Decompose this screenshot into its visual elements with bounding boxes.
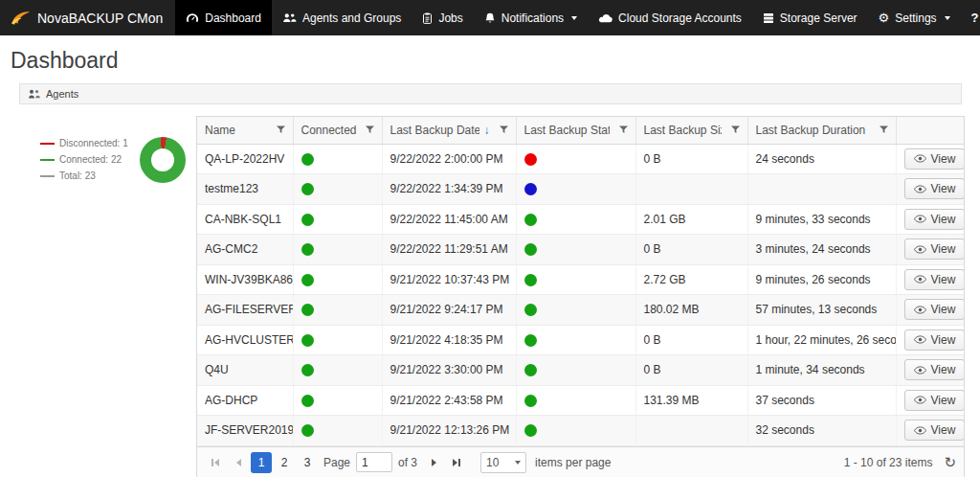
view-button[interactable]: View [904,178,965,199]
chart-legend: Disconnected: 1Connected: 22Total: 23 [40,135,128,184]
last-backup-date-cell: 9/22/2022 1:34:39 PM [382,174,516,205]
page-number-button[interactable]: 1 [251,452,272,473]
connected-status-dot [301,304,314,316]
legend-swatch [40,175,55,177]
last-backup-date-cell: 9/22/2022 11:45:00 AM [382,204,516,235]
view-button[interactable]: View [904,359,965,380]
view-cell: View [896,416,964,446]
table-row: AG-FILESERVER9/21/2022 9:24:17 PM180.02 … [197,295,964,326]
agent-name-cell: WIN-JV39BKA86SH [197,264,293,295]
eye-icon [914,426,926,435]
view-button[interactable]: View [904,269,965,290]
last-backup-size-cell: 0 B [635,325,747,355]
view-button[interactable]: View [904,420,965,441]
last-backup-duration-cell: 1 minute, 34 seconds [747,355,896,386]
column-header-connected[interactable]: Connected [293,117,382,144]
nav-item-settings[interactable]: ⚙ Settings [868,0,961,35]
brand[interactable]: NovaBACKUP CMon [0,0,175,35]
jobs-icon [422,12,433,24]
connected-status-dot [301,395,314,407]
last-backup-date-cell: 9/21/2022 2:43:58 PM [382,385,516,416]
page-label: Page [323,456,350,469]
legend-label: Connected: 22 [59,151,122,168]
filter-icon[interactable] [277,125,285,134]
view-cell: View [896,295,964,326]
agents-donut-chart [140,137,186,183]
eye-icon [914,306,926,314]
page-size-select[interactable]: 10 [480,452,526,473]
backup-status-dot [524,395,537,407]
filter-icon[interactable] [731,125,740,134]
connected-cell [293,264,382,295]
last-backup-status-cell [516,264,635,295]
view-button[interactable]: View [904,148,965,170]
connected-status-dot [301,274,314,286]
page-number-button[interactable]: 3 [297,452,318,473]
table-row: JF-SERVER20199/21/2022 12:13:26 PM32 sec… [197,416,964,446]
nav-item-help[interactable]: ? Help [961,0,980,35]
grid-pager: 123 Page of 3 10 items per page 1 - 10 o… [197,446,964,477]
page-number-button[interactable]: 2 [274,452,295,473]
view-cell: View [896,235,964,265]
nav-label: Storage Server [780,11,858,25]
last-backup-size-cell [635,174,747,205]
last-backup-duration-cell: 24 seconds [747,144,896,174]
view-button[interactable]: View [904,390,965,411]
nav-item-cloud-storage-accounts[interactable]: Cloud Storage Accounts [588,0,752,35]
view-cell: View [896,174,964,205]
connected-cell [293,204,382,235]
nav-item-notifications[interactable]: Notifications [474,0,588,35]
view-button[interactable]: View [904,299,965,320]
chevron-down-icon [945,16,950,20]
agents-panel-body: Disconnected: 1Connected: 22Total: 23 Na… [19,104,962,477]
next-page-button[interactable] [423,452,444,473]
nav-label: Dashboard [205,11,261,25]
column-header-last-backup-date[interactable]: Last Backup Date ↓ [382,117,516,144]
nav-item-agents-and-groups[interactable]: Agents and Groups [272,0,412,35]
backup-status-dot [524,334,537,347]
nav-label: Cloud Storage Accounts [618,11,742,25]
last-backup-duration-cell [747,174,896,205]
view-button-label: View [931,213,956,226]
page-number-input[interactable] [356,452,392,472]
view-button[interactable]: View [904,209,965,230]
first-page-button[interactable] [205,452,226,473]
last-backup-size-cell: 131.39 MB [635,385,747,416]
last-backup-date-cell: 9/21/2022 10:37:43 PM [382,264,516,295]
filter-icon[interactable] [366,125,374,134]
gear-icon: ⚙ [879,11,890,24]
view-button[interactable]: View [904,238,965,260]
filter-icon[interactable] [619,125,628,134]
legend-label: Total: 23 [59,168,96,184]
nav-item-dashboard[interactable]: Dashboard [175,0,272,35]
last-backup-status-cell [516,385,635,416]
last-page-button[interactable] [446,452,467,473]
legend-label: Disconnected: 1 [59,135,128,151]
view-button-label: View [931,182,956,195]
backup-status-dot [524,274,537,286]
last-backup-duration-cell: 32 seconds [747,416,896,446]
nav-item-storage-server[interactable]: Storage Server [752,0,868,35]
filter-icon[interactable] [500,125,508,134]
column-header-last-backup-size[interactable]: Last Backup Size [635,117,747,144]
bell-icon [484,12,496,24]
page-title: Dashboard [11,48,980,74]
column-header-last-backup-status[interactable]: Last Backup Status [516,117,635,144]
help-question-icon: ? [971,11,979,24]
connected-cell [293,235,382,265]
table-row: Q4U9/21/2022 3:30:00 PM0 B1 minute, 34 s… [197,355,964,386]
connected-cell [293,174,382,205]
view-button[interactable]: View [904,329,965,351]
column-header-name[interactable]: Name [197,117,293,144]
column-header-last-backup-duration[interactable]: Last Backup Duration [747,117,896,144]
previous-page-button[interactable] [228,452,249,473]
legend-item: Disconnected: 1 [40,135,128,151]
agents-table: Name Connected Last Backup Date ↓ [197,117,964,446]
refresh-icon[interactable]: ↻ [944,455,956,469]
filter-icon[interactable] [880,125,888,134]
eye-icon [914,245,926,254]
last-backup-status-cell [516,355,635,386]
legend-item: Total: 23 [40,168,128,184]
last-backup-status-cell [516,235,635,265]
nav-item-jobs[interactable]: Jobs [412,0,473,35]
